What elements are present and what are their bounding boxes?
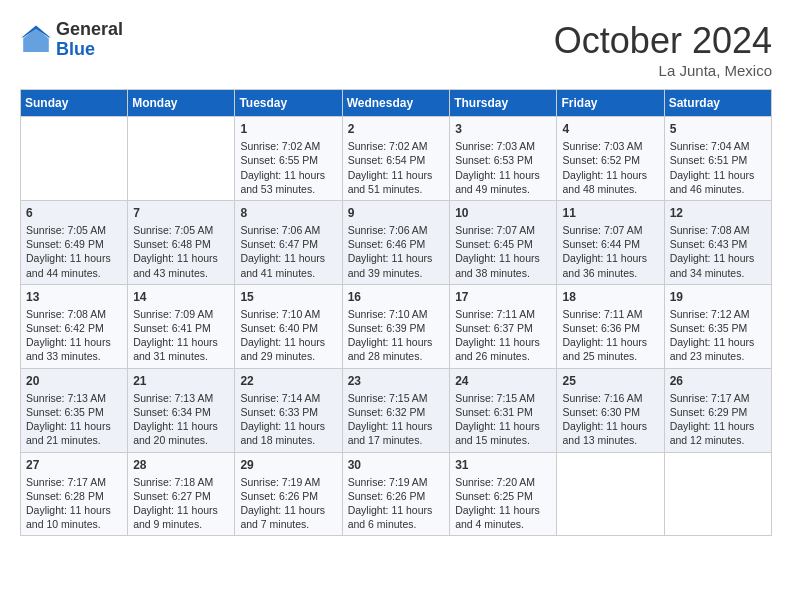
day-cell: 22Sunrise: 7:14 AMSunset: 6:33 PMDayligh… bbox=[235, 368, 342, 452]
day-number: 9 bbox=[348, 205, 445, 221]
day-number: 5 bbox=[670, 121, 766, 137]
day-cell bbox=[128, 117, 235, 201]
day-cell: 24Sunrise: 7:15 AMSunset: 6:31 PMDayligh… bbox=[450, 368, 557, 452]
logo-icon bbox=[20, 24, 52, 56]
day-cell: 31Sunrise: 7:20 AMSunset: 6:25 PMDayligh… bbox=[450, 452, 557, 536]
header-cell-tuesday: Tuesday bbox=[235, 90, 342, 117]
day-cell: 27Sunrise: 7:17 AMSunset: 6:28 PMDayligh… bbox=[21, 452, 128, 536]
header-cell-sunday: Sunday bbox=[21, 90, 128, 117]
day-number: 15 bbox=[240, 289, 336, 305]
day-number: 16 bbox=[348, 289, 445, 305]
day-cell: 7Sunrise: 7:05 AMSunset: 6:48 PMDaylight… bbox=[128, 200, 235, 284]
day-number: 23 bbox=[348, 373, 445, 389]
day-cell: 6Sunrise: 7:05 AMSunset: 6:49 PMDaylight… bbox=[21, 200, 128, 284]
day-number: 30 bbox=[348, 457, 445, 473]
day-cell: 12Sunrise: 7:08 AMSunset: 6:43 PMDayligh… bbox=[664, 200, 771, 284]
day-cell: 30Sunrise: 7:19 AMSunset: 6:26 PMDayligh… bbox=[342, 452, 450, 536]
day-cell: 25Sunrise: 7:16 AMSunset: 6:30 PMDayligh… bbox=[557, 368, 664, 452]
page-header: General Blue October 2024 La Junta, Mexi… bbox=[20, 20, 772, 79]
day-cell: 21Sunrise: 7:13 AMSunset: 6:34 PMDayligh… bbox=[128, 368, 235, 452]
svg-marker-0 bbox=[23, 28, 49, 52]
day-number: 6 bbox=[26, 205, 122, 221]
week-row-4: 20Sunrise: 7:13 AMSunset: 6:35 PMDayligh… bbox=[21, 368, 772, 452]
week-row-2: 6Sunrise: 7:05 AMSunset: 6:49 PMDaylight… bbox=[21, 200, 772, 284]
title-block: October 2024 La Junta, Mexico bbox=[554, 20, 772, 79]
day-cell: 16Sunrise: 7:10 AMSunset: 6:39 PMDayligh… bbox=[342, 284, 450, 368]
logo-text: General Blue bbox=[56, 20, 123, 60]
week-row-1: 1Sunrise: 7:02 AMSunset: 6:55 PMDaylight… bbox=[21, 117, 772, 201]
day-cell: 29Sunrise: 7:19 AMSunset: 6:26 PMDayligh… bbox=[235, 452, 342, 536]
day-number: 21 bbox=[133, 373, 229, 389]
day-cell: 19Sunrise: 7:12 AMSunset: 6:35 PMDayligh… bbox=[664, 284, 771, 368]
calendar-body: 1Sunrise: 7:02 AMSunset: 6:55 PMDaylight… bbox=[21, 117, 772, 536]
day-number: 17 bbox=[455, 289, 551, 305]
day-number: 20 bbox=[26, 373, 122, 389]
day-number: 7 bbox=[133, 205, 229, 221]
header-row: SundayMondayTuesdayWednesdayThursdayFrid… bbox=[21, 90, 772, 117]
month-title: October 2024 bbox=[554, 20, 772, 62]
location: La Junta, Mexico bbox=[554, 62, 772, 79]
day-number: 26 bbox=[670, 373, 766, 389]
day-number: 11 bbox=[562, 205, 658, 221]
week-row-5: 27Sunrise: 7:17 AMSunset: 6:28 PMDayligh… bbox=[21, 452, 772, 536]
day-cell: 8Sunrise: 7:06 AMSunset: 6:47 PMDaylight… bbox=[235, 200, 342, 284]
calendar-header: SundayMondayTuesdayWednesdayThursdayFrid… bbox=[21, 90, 772, 117]
day-number: 2 bbox=[348, 121, 445, 137]
day-cell: 15Sunrise: 7:10 AMSunset: 6:40 PMDayligh… bbox=[235, 284, 342, 368]
day-number: 13 bbox=[26, 289, 122, 305]
day-cell bbox=[664, 452, 771, 536]
day-cell: 5Sunrise: 7:04 AMSunset: 6:51 PMDaylight… bbox=[664, 117, 771, 201]
header-cell-wednesday: Wednesday bbox=[342, 90, 450, 117]
day-number: 10 bbox=[455, 205, 551, 221]
day-cell: 17Sunrise: 7:11 AMSunset: 6:37 PMDayligh… bbox=[450, 284, 557, 368]
day-number: 12 bbox=[670, 205, 766, 221]
day-cell: 1Sunrise: 7:02 AMSunset: 6:55 PMDaylight… bbox=[235, 117, 342, 201]
day-cell: 14Sunrise: 7:09 AMSunset: 6:41 PMDayligh… bbox=[128, 284, 235, 368]
day-number: 29 bbox=[240, 457, 336, 473]
logo: General Blue bbox=[20, 20, 123, 60]
day-cell: 3Sunrise: 7:03 AMSunset: 6:53 PMDaylight… bbox=[450, 117, 557, 201]
day-cell bbox=[557, 452, 664, 536]
day-cell: 18Sunrise: 7:11 AMSunset: 6:36 PMDayligh… bbox=[557, 284, 664, 368]
day-number: 19 bbox=[670, 289, 766, 305]
week-row-3: 13Sunrise: 7:08 AMSunset: 6:42 PMDayligh… bbox=[21, 284, 772, 368]
header-cell-saturday: Saturday bbox=[664, 90, 771, 117]
day-cell: 23Sunrise: 7:15 AMSunset: 6:32 PMDayligh… bbox=[342, 368, 450, 452]
day-number: 22 bbox=[240, 373, 336, 389]
day-cell: 20Sunrise: 7:13 AMSunset: 6:35 PMDayligh… bbox=[21, 368, 128, 452]
day-cell: 13Sunrise: 7:08 AMSunset: 6:42 PMDayligh… bbox=[21, 284, 128, 368]
day-cell: 11Sunrise: 7:07 AMSunset: 6:44 PMDayligh… bbox=[557, 200, 664, 284]
day-number: 3 bbox=[455, 121, 551, 137]
day-cell: 28Sunrise: 7:18 AMSunset: 6:27 PMDayligh… bbox=[128, 452, 235, 536]
day-number: 24 bbox=[455, 373, 551, 389]
day-number: 8 bbox=[240, 205, 336, 221]
day-cell: 4Sunrise: 7:03 AMSunset: 6:52 PMDaylight… bbox=[557, 117, 664, 201]
day-number: 25 bbox=[562, 373, 658, 389]
day-number: 18 bbox=[562, 289, 658, 305]
calendar-table: SundayMondayTuesdayWednesdayThursdayFrid… bbox=[20, 89, 772, 536]
day-number: 14 bbox=[133, 289, 229, 305]
day-cell: 9Sunrise: 7:06 AMSunset: 6:46 PMDaylight… bbox=[342, 200, 450, 284]
header-cell-monday: Monday bbox=[128, 90, 235, 117]
day-number: 31 bbox=[455, 457, 551, 473]
day-number: 4 bbox=[562, 121, 658, 137]
header-cell-thursday: Thursday bbox=[450, 90, 557, 117]
day-number: 27 bbox=[26, 457, 122, 473]
day-cell: 10Sunrise: 7:07 AMSunset: 6:45 PMDayligh… bbox=[450, 200, 557, 284]
day-cell: 26Sunrise: 7:17 AMSunset: 6:29 PMDayligh… bbox=[664, 368, 771, 452]
day-cell bbox=[21, 117, 128, 201]
header-cell-friday: Friday bbox=[557, 90, 664, 117]
day-number: 28 bbox=[133, 457, 229, 473]
day-number: 1 bbox=[240, 121, 336, 137]
day-cell: 2Sunrise: 7:02 AMSunset: 6:54 PMDaylight… bbox=[342, 117, 450, 201]
